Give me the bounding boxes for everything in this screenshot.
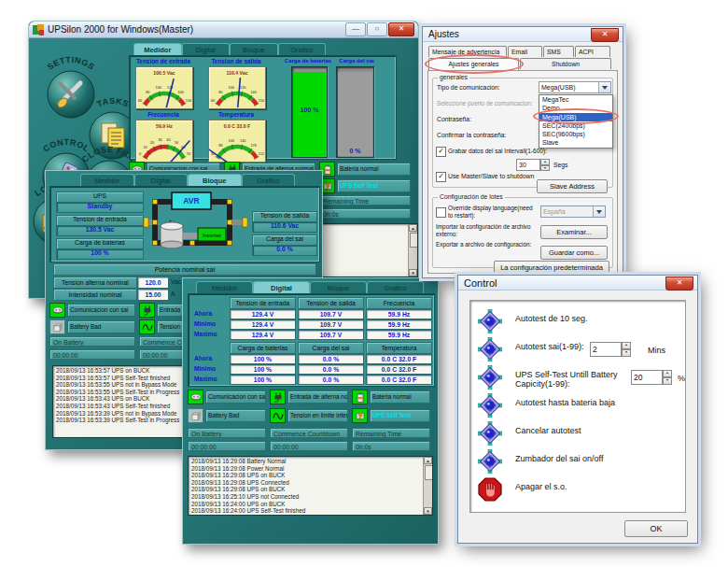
- chevron-down-icon[interactable]: [598, 82, 610, 92]
- control-item-autotest-de-10-seg[interactable]: Autotest de 10 seg.: [470, 308, 685, 336]
- control-item-apagar-el-s-o[interactable]: Apagar el s.o.: [470, 476, 685, 504]
- tab-grafico[interactable]: Grafico: [242, 174, 296, 187]
- tab-mensaje-de-advertencia[interactable]: Mensaje de advertencia: [428, 46, 507, 57]
- close-icon[interactable]: ✕: [591, 28, 619, 42]
- close-button[interactable]: ✕: [388, 22, 414, 36]
- nominal-ac-value[interactable]: 120.0: [137, 276, 169, 289]
- cell-tension-de-entrada-ahora: 129.4 V: [230, 309, 296, 319]
- browse-button[interactable]: Examinar...: [540, 225, 608, 239]
- svg-text:Inverter: Inverter: [203, 233, 222, 238]
- minimize-button[interactable]: —: [345, 22, 366, 36]
- svg-text:0: 0: [139, 152, 141, 156]
- tab-sms[interactable]: SMS: [543, 46, 574, 57]
- status-label: Tension en limite inferior: [287, 409, 348, 422]
- control-spinner[interactable]: 20▲▼: [631, 370, 672, 385]
- tab-bloque[interactable]: Bloque: [310, 281, 367, 294]
- field-0h-0s: 0h:0s: [319, 208, 411, 219]
- svg-text:60: 60: [138, 99, 142, 103]
- spinner-up-icon[interactable]: ▲: [663, 370, 672, 377]
- tab-digital[interactable]: Digital: [253, 281, 310, 294]
- dropdown-option-sec-2400bps[interactable]: SEC(2400bps): [539, 121, 612, 130]
- column-header-temperatura: Temperatura: [366, 342, 432, 354]
- digital-tab-bar: MedidorDigitalBloqueGrafico: [196, 281, 424, 294]
- comm-type-combo[interactable]: Mega(USB): [539, 81, 611, 93]
- restore-button[interactable]: ○: [367, 22, 387, 36]
- dropdown-option-sec-9600bps[interactable]: SEC(9600bps): [539, 130, 612, 138]
- close-icon[interactable]: ✕: [665, 276, 693, 291]
- ok-button[interactable]: OK: [624, 520, 688, 537]
- interval-value[interactable]: 30: [516, 159, 540, 171]
- svg-text:TASKS: TASKS: [95, 96, 130, 109]
- override-language-checkbox[interactable]: [436, 207, 446, 218]
- tab-medidor[interactable]: Medidor: [133, 43, 182, 56]
- group-label: generales: [438, 74, 469, 80]
- column-header-carga-de-baterias: Carga de baterias: [230, 342, 296, 354]
- control-item-zumbador-del-sai-on-off[interactable]: Zumbador del sai on/off: [470, 448, 685, 476]
- scrollbar[interactable]: ▲▼: [408, 224, 417, 276]
- scroll-down-icon[interactable]: ▼: [424, 507, 432, 515]
- control-spinner[interactable]: 2▲▼: [590, 342, 631, 357]
- default-config-button[interactable]: La configuración predeterminada: [494, 261, 609, 275]
- scrollbar[interactable]: ▲▼: [423, 457, 432, 515]
- scroll-up-icon[interactable]: ▲: [424, 457, 432, 464]
- control-item-cancelar-autotest[interactable]: Cancelar autotest: [470, 420, 685, 448]
- save-as-button[interactable]: Guardar como...: [540, 246, 608, 260]
- dropdown-option-mega-usb[interactable]: Mega(USB): [539, 113, 612, 121]
- control-item-label: Autotest de 10 seg.: [515, 314, 588, 323]
- svg-text:150: 150: [186, 99, 191, 103]
- control-item-ups-self-test-untill-battery-capicity-1-99[interactable]: UPS Self-Test Untill Battery Capicity(1-…: [470, 364, 685, 392]
- tab-grafico[interactable]: Grafico: [278, 43, 327, 56]
- cell-frecuencia-minimo: 59.9 Hz: [366, 319, 432, 330]
- dropdown-option-slave[interactable]: Slave: [539, 138, 612, 147]
- tab-medidor[interactable]: Medidor: [196, 281, 253, 294]
- dropdown-option-megatec[interactable]: MegaTec: [539, 95, 612, 104]
- control-titlebar[interactable]: Control: [458, 276, 697, 291]
- tab-digital[interactable]: Digital: [182, 43, 231, 56]
- meter-panel: Tension de entrada6080100120140150100.5 …: [129, 55, 397, 160]
- scroll-down-icon[interactable]: ▼: [409, 269, 417, 276]
- record-data-checkbox[interactable]: ✓: [436, 147, 446, 157]
- slave-address-button[interactable]: Slave Address: [537, 179, 608, 193]
- spinner-down-icon[interactable]: ▼: [663, 377, 672, 385]
- language-combo[interactable]: España: [540, 206, 606, 218]
- spinner-value[interactable]: 2: [590, 342, 622, 357]
- cell-tension-de-salida-maximo: 109.7 V: [298, 330, 364, 340]
- tab-shutdown[interactable]: Shutdown: [520, 58, 611, 69]
- scroll-up-icon[interactable]: ▲: [409, 224, 417, 232]
- master-slave-checkbox[interactable]: ✓: [436, 172, 446, 182]
- svg-text:176: 176: [250, 144, 256, 148]
- tab-ajustes-generales[interactable]: Ajustes generales: [428, 58, 519, 70]
- spinner-up-icon[interactable]: ▲: [622, 342, 631, 349]
- tab-digital[interactable]: Digital: [134, 174, 189, 187]
- gauge-label-temperatura: Temperatura: [203, 111, 270, 118]
- scroll-thumb[interactable]: [425, 465, 433, 480]
- control-item-label: Autotest sai(1-99):: [515, 342, 584, 351]
- tab-bloque[interactable]: Bloque: [230, 43, 278, 56]
- row-label-maximo: Maximo: [194, 376, 228, 382]
- desktop: UPSilon 2000 for Windows(Master) —○✕ SET…: [0, 0, 728, 567]
- event-log[interactable]: 2018/09/13 16:29:08 Battery Normal2018/0…: [188, 456, 433, 516]
- cell-temperatura-minimo: 0.0 C 32.0 F: [366, 364, 432, 375]
- field-commence-countdown: Commence Countdown: [270, 428, 348, 438]
- interval-unit: Segs: [553, 162, 568, 168]
- spinner-down-icon[interactable]: ▼: [622, 349, 631, 357]
- spinner-value[interactable]: 20: [631, 370, 663, 385]
- tab-email[interactable]: Email: [508, 46, 542, 57]
- nominal-current-value[interactable]: 15.00: [137, 289, 169, 301]
- password-label: Contraseña:: [437, 116, 471, 122]
- tab-medidor[interactable]: Medidor: [80, 174, 134, 187]
- control-item-autotest-hasta-bateria-baja[interactable]: Autotest hasta bateria baja: [470, 392, 685, 420]
- dropdown-option-demo[interactable]: Demo: [539, 104, 612, 112]
- main-titlebar[interactable]: UPSilon 2000 for Windows(Master) —○✕: [29, 21, 418, 38]
- status-ups-self-test: UPS Self Test: [319, 178, 411, 193]
- tab-grafico[interactable]: Grafico: [367, 281, 424, 294]
- tab-bloque[interactable]: Bloque: [188, 174, 242, 187]
- status-bateria-normal: Bateria normal: [352, 390, 430, 404]
- interval-spinner[interactable]: 30 ▲▼: [516, 159, 550, 171]
- tab-acpi[interactable]: ACPI: [575, 46, 610, 57]
- spinner-down-icon[interactable]: ▼: [540, 165, 550, 172]
- scroll-thumb[interactable]: [410, 233, 418, 248]
- status-comunicacion-con-sai: Comunicacion con sai: [49, 303, 135, 318]
- control-item-autotest-sai-1-99[interactable]: Autotest sai(1-99):2▲▼Mins: [470, 336, 685, 364]
- bloque-tab-bar: MedidorDigitalBloqueGrafico: [80, 174, 295, 187]
